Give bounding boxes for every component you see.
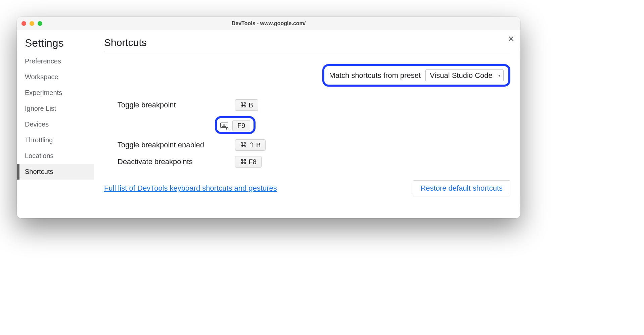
footer-row: Full list of DevTools keyboard shortcuts… <box>104 180 510 196</box>
sidebar-item-workspace[interactable]: Workspace <box>17 69 94 85</box>
main-panel: Shortcuts Match shortcuts from preset Vi… <box>94 30 520 218</box>
sidebar-heading: Settings <box>17 37 94 53</box>
preset-select-wrap: Visual Studio Code ▾ <box>425 69 504 81</box>
app-window: DevTools - www.google.com/ ✕ Settings Pr… <box>17 17 520 218</box>
preset-select[interactable]: Visual Studio Code <box>425 69 504 81</box>
sidebar-item-ignore-list[interactable]: Ignore List <box>17 101 94 116</box>
sidebar-item-experiments[interactable]: Experiments <box>17 85 94 101</box>
full-shortcuts-link[interactable]: Full list of DevTools keyboard shortcuts… <box>104 184 277 193</box>
shortcut-row-deactivate-breakpoints: Deactivate breakpoints ⌘ F8 <box>104 153 510 170</box>
sidebar-item-label: Throttling <box>25 136 53 144</box>
shortcut-extra-highlight: F9 <box>215 116 256 134</box>
sidebar-item-locations[interactable]: Locations <box>17 148 94 164</box>
window-maximize-button[interactable] <box>38 21 42 26</box>
page-title: Shortcuts <box>104 37 510 52</box>
titlebar: DevTools - www.google.com/ <box>17 17 520 30</box>
restore-defaults-button[interactable]: Restore default shortcuts <box>413 180 510 196</box>
sidebar-item-label: Experiments <box>25 89 62 96</box>
preset-highlight: Match shortcuts from preset Visual Studi… <box>322 64 510 87</box>
sidebar-item-preferences[interactable]: Preferences <box>17 53 94 69</box>
shortcut-row-toggle-breakpoint-enabled: Toggle breakpoint enabled ⌘ ⇧ B <box>104 137 510 153</box>
sidebar-item-label: Locations <box>25 152 54 159</box>
shortcut-label: Toggle breakpoint <box>118 101 235 109</box>
content: ✕ Settings Preferences Workspace Experim… <box>17 30 520 218</box>
preset-label: Match shortcuts from preset <box>329 71 421 80</box>
traffic-lights <box>21 21 42 26</box>
key-chip: ⌘ F8 <box>235 156 262 168</box>
key-chip: ⌘ ⇧ B <box>235 139 266 151</box>
window-minimize-button[interactable] <box>30 21 34 26</box>
sidebar-item-label: Preferences <box>25 57 61 65</box>
key-chip-extra: F9 <box>232 120 250 131</box>
sidebar-item-label: Workspace <box>25 73 58 81</box>
sidebar-item-label: Ignore List <box>25 105 56 112</box>
preset-row: Match shortcuts from preset Visual Studi… <box>104 64 510 87</box>
shortcut-row-toggle-breakpoint: Toggle breakpoint ⌘ B <box>104 97 510 113</box>
sidebar-item-label: Shortcuts <box>25 168 53 175</box>
keyboard-icon <box>220 122 230 130</box>
shortcut-row-toggle-breakpoint-extra: F9 <box>104 113 510 137</box>
sidebar-item-shortcuts[interactable]: Shortcuts <box>17 164 94 180</box>
sidebar-item-throttling[interactable]: Throttling <box>17 132 94 148</box>
shortcut-label: Deactivate breakpoints <box>118 157 235 166</box>
sidebar: Settings Preferences Workspace Experimen… <box>17 30 94 218</box>
key-chip: ⌘ B <box>235 99 258 111</box>
sidebar-item-devices[interactable]: Devices <box>17 116 94 132</box>
window-close-button[interactable] <box>21 21 26 26</box>
shortcut-label: Toggle breakpoint enabled <box>118 141 235 149</box>
sidebar-item-label: Devices <box>25 121 49 128</box>
window-title: DevTools - www.google.com/ <box>17 20 520 27</box>
